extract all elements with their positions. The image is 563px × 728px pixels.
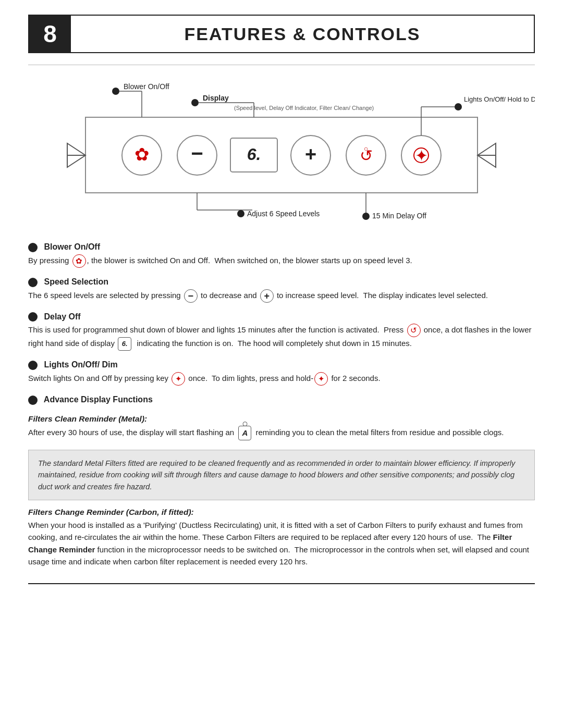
svg-text:↺: ↺ <box>360 147 373 164</box>
bottom-separator <box>28 583 535 584</box>
lights-icon-inline2: ✦ <box>314 372 328 386</box>
section-filter-clean: Filters Clean Reminder (Metal): After ev… <box>28 414 535 440</box>
svg-point-19 <box>112 88 119 95</box>
control-diagram: ✿ − 6. + ↺ ○ ✦ Blower On/Off <box>28 70 535 237</box>
svg-text:Lights On/Off/ Hold to Dim: Lights On/Off/ Hold to Dim <box>464 95 535 103</box>
minus-icon-inline: − <box>184 289 198 303</box>
section-filter-change-body: When your hood is installed as a 'Purify… <box>28 519 535 567</box>
svg-text:Blower On/Off: Blower On/Off <box>124 82 169 91</box>
svg-text:✦: ✦ <box>415 147 428 164</box>
section-lights: Lights On/Off/ Dim Switch lights On and … <box>28 360 535 386</box>
svg-point-37 <box>455 103 462 110</box>
svg-marker-3 <box>478 143 496 167</box>
filter-reminder-icon: A <box>238 426 251 440</box>
section-dot <box>28 361 38 370</box>
svg-text:(Speed level, Delay Off Indica: (Speed level, Delay Off Indicator, Filte… <box>234 105 374 111</box>
top-separator <box>28 65 535 65</box>
svg-point-30 <box>237 210 244 217</box>
section-dot <box>28 278 38 287</box>
note-box: The standard Metal Filters fitted are re… <box>28 450 535 500</box>
section-delay-title: Delay Off <box>28 312 535 322</box>
lights-icon-inline: ✦ <box>172 372 185 386</box>
svg-text:○: ○ <box>364 144 368 153</box>
section-filter-change-title: Filters Change Reminder (Carbon, if fitt… <box>28 508 535 517</box>
section-lights-body: Switch lights On and Off by pressing key… <box>28 372 535 386</box>
section-filter-clean-body: After every 30 hours of use, the display… <box>28 426 535 440</box>
section-speed-body: The 6 speed levels are selected by press… <box>28 289 535 303</box>
svg-point-33 <box>362 213 370 220</box>
section-speed: Speed Selection The 6 speed levels are s… <box>28 277 535 303</box>
svg-point-11 <box>291 135 331 175</box>
svg-text:+: + <box>305 143 316 165</box>
svg-text:✿: ✿ <box>134 144 149 164</box>
section-filter-clean-title: Filters Clean Reminder (Metal): <box>28 414 535 424</box>
page-header: 8 FEATURES & CONTROLS <box>28 15 535 53</box>
svg-text:−: − <box>191 142 203 165</box>
svg-point-18 <box>414 148 429 163</box>
svg-point-16 <box>401 135 441 175</box>
blower-icon-inline: ✿ <box>72 254 86 268</box>
section-speed-title: Speed Selection <box>28 277 535 287</box>
page: 8 FEATURES & CONTROLS ✿ − 6. <box>0 15 563 728</box>
section-advance-title: Advance Display Functions <box>28 395 535 405</box>
svg-rect-0 <box>85 117 478 193</box>
page-number: 8 <box>29 16 71 52</box>
delay-icon-inline: ↺ <box>407 324 421 337</box>
svg-text:15 Min Delay Off: 15 Min Delay Off <box>372 212 426 220</box>
section-delay: Delay Off This is used for programmed sh… <box>28 312 535 351</box>
svg-rect-9 <box>230 138 277 172</box>
svg-point-13 <box>346 135 386 175</box>
display-icon-inline: 6. <box>118 337 131 351</box>
svg-text:6.: 6. <box>247 145 261 164</box>
svg-point-23 <box>191 99 199 106</box>
section-dot <box>28 396 38 405</box>
svg-text:Display: Display <box>203 94 229 102</box>
section-advance: Advance Display Functions <box>28 395 535 405</box>
section-blower: Blower On/Off By pressing ✿, the blower … <box>28 242 535 268</box>
section-filter-change: Filters Change Reminder (Carbon, if fitt… <box>28 508 535 567</box>
svg-text:Adjust 6 Speed Levels: Adjust 6 Speed Levels <box>247 209 320 218</box>
page-title: FEATURES & CONTROLS <box>71 24 534 44</box>
svg-point-5 <box>122 135 162 175</box>
svg-point-7 <box>177 135 217 175</box>
plus-icon-inline: + <box>260 289 274 303</box>
section-blower-title: Blower On/Off <box>28 242 535 252</box>
section-delay-body: This is used for programmed shut down of… <box>28 324 535 351</box>
section-dot <box>28 312 38 322</box>
section-lights-title: Lights On/Off/ Dim <box>28 360 535 370</box>
section-dot <box>28 243 38 252</box>
svg-marker-1 <box>67 143 85 167</box>
section-blower-body: By pressing ✿, the blower is switched On… <box>28 254 535 268</box>
